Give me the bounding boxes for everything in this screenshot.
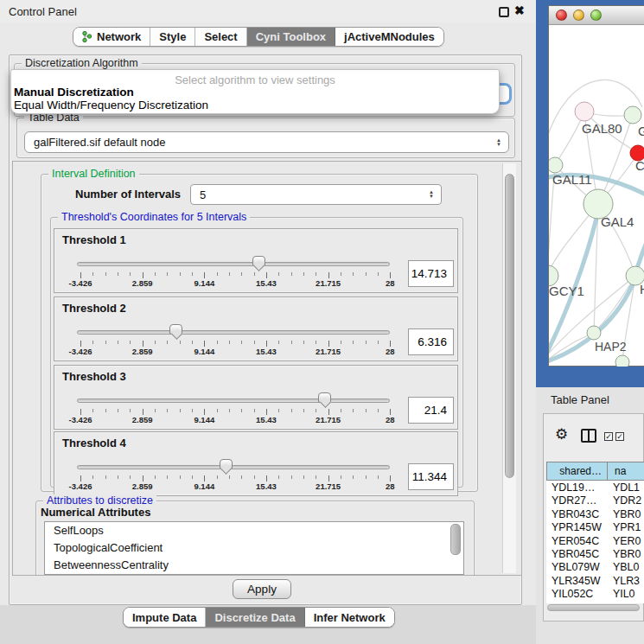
network-window-titlebar[interactable] (549, 6, 644, 25)
close-icon[interactable]: ✖ (514, 3, 525, 17)
column-header-shared[interactable]: shared… (546, 462, 608, 481)
cell-name: YER0 (613, 535, 641, 547)
network-node-ga[interactable] (624, 106, 641, 124)
attribute-list-item[interactable]: BetweennessCentrality (45, 557, 463, 574)
threshold-value-field[interactable]: 6.316 (408, 328, 454, 355)
slider-track[interactable] (77, 399, 390, 403)
tick-label: 2.859 (132, 278, 153, 288)
tab-label: Style (159, 30, 186, 43)
top-tab-bar: NetworkStyleSelectCyni ToolboxjActiveMNo… (73, 27, 444, 47)
network-node-hap2[interactable] (587, 326, 601, 340)
network-node-gal80[interactable] (575, 102, 594, 121)
cell-shared-name: YDL19… (552, 481, 595, 494)
node-label: GAL4 (601, 214, 634, 229)
bottom-tab-bar: Impute DataDiscretize DataInfer Network (123, 607, 395, 628)
algorithm-option-manual[interactable]: Manual Discretization (14, 86, 134, 99)
table-row[interactable]: YER054CYER0 (546, 535, 644, 548)
cell-name: YBR0 (613, 508, 641, 520)
network-canvas[interactable]: GAL80 GA C GAL11 GAL4 GCY1 H HAP2 (549, 25, 644, 367)
node-label: H (640, 282, 644, 296)
apply-button[interactable]: Apply (233, 579, 291, 599)
list-scrollbar[interactable] (450, 524, 461, 555)
tick-label: -3.426 (69, 415, 92, 424)
attributes-title: Attributes to discretize (43, 494, 156, 507)
slider-thumb[interactable] (169, 324, 182, 335)
cell-shared-name: YLR345W (552, 575, 600, 587)
tick-label: 2.859 (132, 481, 153, 491)
tick-label: 28 (386, 415, 395, 424)
node-table: shared… na YDL19…YDL1YDR27…YDR2YBR043CYB… (546, 462, 644, 603)
cell-shared-name: YDR27… (552, 494, 596, 507)
tab-infer-network[interactable]: Infer Network (305, 608, 394, 627)
cell-name: YBL0 (613, 561, 639, 573)
network-window: GAL80 GA C GAL11 GAL4 GCY1 H HAP2 (548, 5, 644, 367)
cell-name: YBR0 (613, 548, 641, 560)
table-row[interactable]: YIL052CYIL0 (546, 588, 644, 601)
tab-select[interactable]: Select (195, 28, 246, 46)
tab-discretize-data[interactable]: Discretize Data (206, 608, 304, 627)
tick-label: -3.426 (69, 481, 92, 491)
tick-label: 28 (386, 278, 395, 288)
checkbox-icon[interactable]: ✓ (604, 432, 613, 441)
threshold-label: Threshold 2 (62, 302, 126, 315)
threshold-label: Threshold 4 (62, 437, 126, 450)
node-label: GAL11 (552, 172, 592, 187)
table-data-combobox[interactable]: galFiltered.sif default node ▲▼ (24, 131, 509, 153)
tab-cyni-toolbox[interactable]: Cyni Toolbox (247, 28, 335, 46)
tab-jactivemnodules[interactable]: jActiveMNodules (335, 28, 443, 46)
table-row[interactable]: YBR043CYBR0 (546, 508, 644, 521)
cell-shared-name: YBL079W (552, 561, 600, 573)
table-row[interactable]: YDL19…YDL1 (546, 481, 644, 494)
tab-impute-data[interactable]: Impute Data (124, 608, 206, 627)
threshold-row: Threshold 3 -3.4262.8599.14415.4321.7152… (54, 365, 458, 430)
tick-label: 2.859 (132, 347, 153, 356)
zoom-traffic-light[interactable] (590, 10, 602, 21)
network-node-bottom[interactable] (615, 355, 629, 367)
table-row[interactable]: YBL079WYBL0 (546, 561, 644, 574)
table-row[interactable]: YDR27…YDR2 (546, 494, 644, 507)
tab-network[interactable]: Network (73, 28, 150, 46)
column-header-name[interactable]: na (608, 462, 644, 481)
algorithm-groupbox-title: Discretization Algorithm (22, 57, 142, 69)
checkbox-icon[interactable]: ✓ (615, 432, 624, 441)
horizontal-scrollbar[interactable] (547, 604, 640, 611)
threshold-row: Threshold 4 -3.4262.8599.14415.4321.7152… (54, 431, 458, 496)
threshold-value-field[interactable]: 21.4 (408, 397, 454, 424)
network-node-gal11[interactable] (549, 157, 563, 173)
algorithm-option-equal-width[interactable]: Equal Width/Frequency Discretization (14, 99, 208, 112)
cell-shared-name: YER054C (552, 535, 599, 547)
tick-label: 28 (386, 481, 395, 491)
cell-shared-name: YBR045C (552, 548, 599, 560)
spinner-icon: ▲▼ (496, 138, 501, 147)
threshold-value-field[interactable]: 11.344 (408, 463, 454, 490)
gear-icon[interactable]: ⚙ (555, 425, 568, 443)
slider-thumb[interactable] (252, 256, 265, 266)
vertical-scrollbar[interactable] (502, 163, 516, 573)
minimize-traffic-light[interactable] (573, 10, 584, 21)
threshold-row: Threshold 2 -3.4262.8599.14415.4321.7152… (54, 296, 458, 361)
attribute-list-item[interactable]: TopologicalCoefficient (45, 539, 463, 557)
float-window-icon[interactable] (499, 7, 509, 17)
threshold-value-field[interactable]: 14.713 (408, 260, 454, 287)
close-traffic-light[interactable] (556, 10, 567, 21)
cell-name: YDL1 (613, 481, 640, 494)
tick-label: -3.426 (69, 347, 92, 356)
slider-thumb[interactable] (220, 459, 233, 469)
table-row[interactable]: YPR145WYPR1 (546, 521, 644, 534)
num-intervals-combobox[interactable]: 5 ▲▼ (190, 184, 442, 205)
tick-label: 9.144 (194, 347, 214, 356)
node-label: HAP2 (595, 340, 627, 354)
slider-thumb[interactable] (318, 392, 331, 403)
control-panel-titlebar (0, 0, 536, 22)
slider-track[interactable] (77, 262, 390, 266)
tab-style[interactable]: Style (150, 28, 195, 46)
attributes-list: SelfLoopsTopologicalCoefficientBetweenne… (44, 521, 464, 575)
slider-track[interactable] (77, 330, 390, 335)
slider-track[interactable] (77, 465, 390, 469)
column-layout-icon[interactable] (581, 429, 596, 443)
attribute-list-item[interactable]: SelfLoops (45, 522, 463, 539)
tick-label: 21.715 (316, 481, 341, 491)
table-row[interactable]: YBR045CYBR0 (546, 548, 644, 561)
table-panel-title: Table Panel (551, 393, 609, 406)
table-row[interactable]: YLR345WYLR3 (546, 575, 644, 588)
